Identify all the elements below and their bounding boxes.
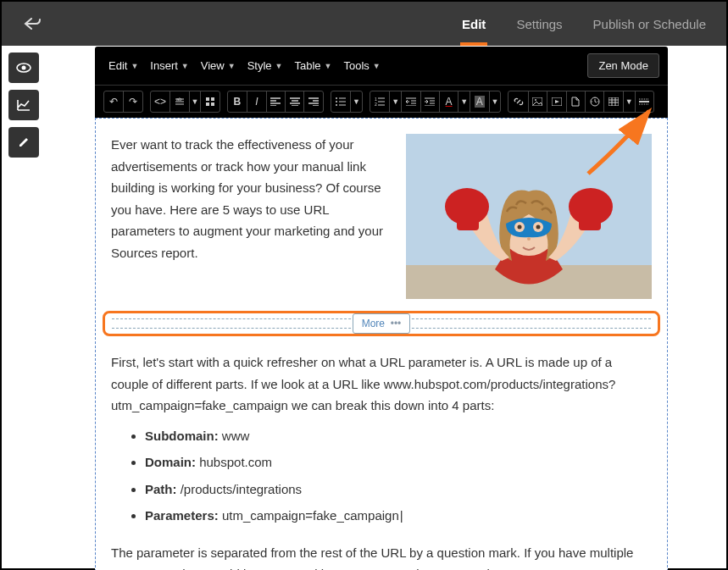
chevron-down-icon: ▼ — [228, 62, 236, 70]
svg-point-7 — [336, 97, 337, 99]
outdent-button[interactable] — [401, 91, 420, 112]
svg-rect-16 — [609, 97, 619, 106]
editor: Edit▼ Insert▼ View▼ Style▼ Table▼ Tools▼… — [95, 47, 668, 570]
back-button[interactable] — [24, 14, 41, 34]
side-tools — [8, 53, 39, 158]
tab-edit[interactable]: Edit — [462, 2, 486, 46]
list-item: Parameters: utm_campaign=fake_campaign — [145, 505, 652, 527]
svg-rect-3 — [206, 97, 209, 101]
intro-paragraph: Ever want to track the effectiveness of … — [111, 134, 394, 299]
menu-style[interactable]: Style▼ — [242, 56, 288, 75]
chevron-down-icon: ▼ — [373, 62, 381, 70]
svg-text:2: 2 — [375, 102, 377, 106]
menu-insert[interactable]: Insert▼ — [145, 56, 193, 75]
page-button[interactable] — [566, 91, 585, 112]
menu-tools[interactable]: Tools▼ — [338, 56, 385, 75]
menu-edit[interactable]: Edit▼ — [103, 56, 143, 75]
zen-mode-button[interactable]: Zen Mode — [587, 53, 659, 78]
toolbar-buttons-row: ↶ ↷ <> ab ▼ B I ▼ 12 ▼ — [95, 86, 668, 118]
chevron-down-icon: ▼ — [275, 62, 283, 70]
tab-edit-label: Edit — [462, 17, 486, 31]
preview-button[interactable] — [8, 53, 39, 83]
bullet-list-dropdown[interactable]: ▼ — [350, 91, 362, 112]
text-color-button[interactable]: A — [439, 91, 458, 112]
undo-button[interactable]: ↶ — [104, 91, 123, 112]
redo-button[interactable]: ↷ — [123, 91, 142, 112]
tab-publish-label: Publish or Schedule — [593, 17, 706, 31]
indent-button[interactable] — [420, 91, 439, 112]
top-nav: Edit Settings Publish or Schedule — [462, 2, 709, 46]
svg-rect-26 — [457, 219, 479, 230]
video-button[interactable] — [547, 91, 565, 112]
menu-view[interactable]: View▼ — [196, 56, 241, 75]
chevron-down-icon: ▼ — [325, 62, 332, 70]
tab-settings[interactable]: Settings — [516, 2, 562, 46]
outro-paragraph: The parameter is separated from the rest… — [111, 542, 652, 571]
svg-rect-6 — [211, 102, 214, 106]
hr-button[interactable] — [635, 91, 653, 112]
svg-rect-5 — [206, 102, 209, 106]
list-item: Path: /products/integrations — [145, 479, 652, 501]
align-left-button[interactable] — [266, 91, 285, 112]
chevron-down-icon: ▼ — [181, 62, 189, 70]
svg-text:ab: ab — [176, 97, 182, 102]
link-button[interactable] — [508, 91, 527, 112]
table-dropdown[interactable]: ▼ — [623, 91, 635, 112]
analytics-button[interactable] — [8, 90, 39, 120]
table-button[interactable] — [603, 91, 622, 112]
bg-color-dropdown[interactable]: ▼ — [489, 91, 501, 112]
content-editable-area[interactable]: Ever want to track the effectiveness of … — [95, 118, 668, 570]
svg-point-13 — [535, 99, 536, 101]
italic-button[interactable]: I — [247, 91, 265, 112]
menu-table[interactable]: Table▼ — [289, 56, 336, 75]
svg-point-8 — [336, 101, 337, 102]
tab-publish[interactable]: Publish or Schedule — [593, 2, 706, 46]
list-item: Subdomain: www — [145, 425, 652, 447]
chevron-down-icon: ▼ — [131, 62, 138, 70]
rich-text-toolbar: Edit▼ Insert▼ View▼ Style▼ Table▼ Tools▼… — [95, 47, 668, 118]
number-list-dropdown[interactable]: ▼ — [389, 91, 401, 112]
image-button[interactable] — [528, 91, 547, 112]
more-label: More — [362, 318, 385, 329]
svg-rect-4 — [211, 97, 214, 101]
align-right-button[interactable] — [303, 91, 322, 112]
special-char-button[interactable] — [585, 91, 603, 112]
align-center-button[interactable] — [285, 91, 303, 112]
bold-button[interactable]: B — [228, 91, 247, 112]
top-bar: Edit Settings Publish or Schedule — [2, 2, 726, 46]
bg-color-button[interactable]: A — [470, 91, 488, 112]
svg-point-24 — [527, 237, 531, 241]
refresher-paragraph: First, let's start with a quick refreshe… — [111, 351, 652, 417]
find-dropdown[interactable]: ▼ — [189, 91, 201, 112]
edit-button[interactable] — [8, 127, 39, 158]
dots-icon: ••• — [391, 318, 402, 329]
number-list-button[interactable]: 12 — [370, 91, 389, 112]
list-item: Domain: hubspot.com — [145, 451, 652, 473]
tab-settings-label: Settings — [516, 17, 562, 31]
svg-rect-28 — [579, 219, 601, 230]
svg-point-22 — [518, 225, 522, 230]
hero-image[interactable] — [406, 134, 652, 299]
read-more-separator[interactable]: More ••• — [103, 311, 660, 336]
text-color-dropdown[interactable]: ▼ — [458, 91, 470, 112]
formats-button[interactable] — [200, 91, 219, 112]
svg-point-23 — [536, 225, 541, 230]
svg-point-9 — [336, 104, 337, 106]
bullet-list-button[interactable] — [331, 91, 350, 112]
source-code-button[interactable]: <> — [151, 91, 169, 112]
url-parts-list: Subdomain: www Domain: hubspot.com Path:… — [145, 425, 652, 527]
svg-point-1 — [22, 66, 26, 70]
find-replace-button[interactable]: ab — [169, 91, 188, 112]
